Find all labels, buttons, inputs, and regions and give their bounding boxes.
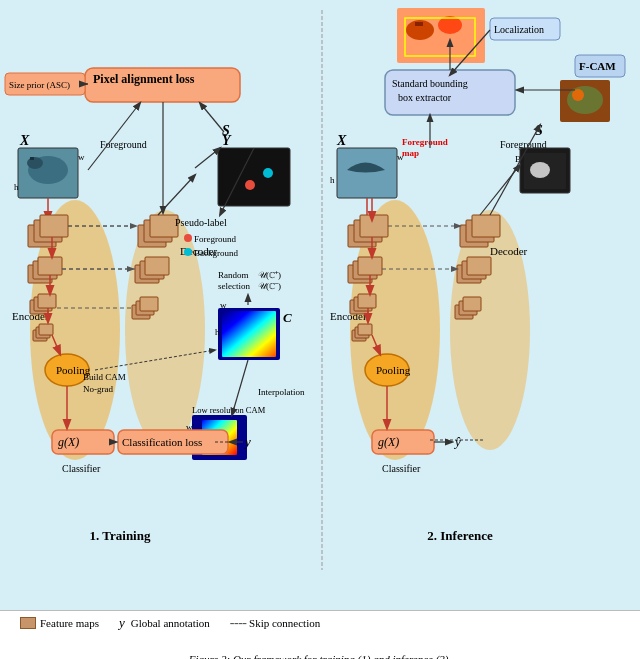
legend-feature-maps: Feature maps	[20, 617, 99, 629]
svg-text:C: C	[283, 310, 292, 325]
svg-text:Standard bounding: Standard bounding	[392, 78, 468, 89]
svg-text:Classification loss: Classification loss	[122, 436, 202, 448]
svg-text:w: w	[78, 152, 85, 162]
svg-text:Y: Y	[222, 133, 232, 148]
svg-text:Localization: Localization	[494, 24, 544, 35]
svg-text:ŷ: ŷ	[453, 434, 461, 449]
svg-rect-21	[38, 294, 56, 308]
svg-rect-150	[463, 297, 481, 311]
svg-point-46	[184, 234, 192, 242]
svg-rect-15	[40, 215, 68, 237]
svg-text:Low resolution CAM: Low resolution CAM	[192, 405, 266, 415]
inference-title: 2. Inference	[427, 528, 493, 543]
diagram-svg: X w h Foreground S Encoder Decod	[0, 0, 640, 610]
pseudo-label: Pseudo-label	[175, 217, 227, 228]
classifier-label-inference: Classifier	[382, 463, 421, 474]
svg-text:g(X): g(X)	[58, 435, 79, 449]
svg-rect-33	[145, 257, 169, 275]
svg-point-98	[572, 89, 584, 101]
svg-text:box extractor: box extractor	[398, 92, 452, 103]
svg-rect-128	[360, 215, 388, 237]
legend-global-annotation: y Global annotation	[119, 615, 210, 631]
svg-text:𝒰(ℂ⁺): 𝒰(ℂ⁺)	[258, 270, 281, 280]
legend-skip-connection: - - - - Skip connection	[230, 615, 320, 631]
svg-text:selection: selection	[218, 281, 250, 291]
svg-text:Random: Random	[218, 270, 249, 280]
svg-rect-134	[358, 294, 376, 308]
svg-rect-147	[467, 257, 491, 275]
svg-point-44	[263, 168, 273, 178]
legend-bar: Feature maps y Global annotation - - - -…	[0, 610, 640, 659]
svg-text:Pixel alignment loss: Pixel alignment loss	[93, 72, 195, 86]
svg-point-48	[184, 248, 192, 256]
svg-text:map: map	[402, 148, 419, 158]
svg-text:h: h	[14, 182, 19, 192]
svg-rect-36	[140, 297, 158, 311]
feature-maps-icon	[20, 617, 36, 629]
svg-rect-18	[38, 257, 62, 275]
svg-rect-30	[150, 215, 178, 237]
svg-text:No-grad: No-grad	[83, 384, 113, 394]
svg-text:Size prior (ASC): Size prior (ASC)	[9, 80, 70, 90]
svg-text:Foreground: Foreground	[402, 137, 448, 147]
svg-text:Background: Background	[194, 248, 238, 258]
svg-rect-112	[337, 148, 397, 198]
svg-text:Pooling: Pooling	[376, 364, 411, 376]
svg-text:Foreground: Foreground	[194, 234, 236, 244]
svg-rect-24	[39, 324, 53, 335]
figure-caption: Figure 2: Our framework for training (1)…	[20, 653, 620, 659]
svg-rect-131	[358, 257, 382, 275]
svg-text:h: h	[330, 175, 335, 185]
svg-text:w: w	[220, 300, 227, 310]
main-container: X w h Foreground S Encoder Decod	[0, 0, 640, 659]
training-title: 1. Training	[90, 528, 151, 543]
decoder-label-inference: Decoder	[490, 245, 528, 257]
svg-text:𝒰(ℂ⁻): 𝒰(ℂ⁻)	[258, 281, 281, 291]
svg-point-123	[530, 162, 550, 178]
svg-text:g(X): g(X)	[378, 435, 399, 449]
svg-text:X: X	[336, 133, 347, 148]
svg-text:Interpolation: Interpolation	[258, 387, 305, 397]
svg-text:y: y	[243, 434, 251, 449]
svg-point-43	[245, 180, 255, 190]
svg-text:h: h	[215, 327, 220, 337]
svg-text:Build CAM: Build CAM	[83, 372, 126, 382]
classifier-label-train: Classifier	[62, 463, 101, 474]
svg-text:S: S	[535, 123, 543, 138]
svg-text:F-CAM: F-CAM	[579, 60, 616, 72]
svg-rect-104	[415, 22, 423, 26]
foreground-label: Foreground	[100, 139, 147, 150]
svg-rect-7	[30, 157, 34, 160]
svg-text:X: X	[19, 133, 30, 148]
svg-point-6	[27, 157, 43, 169]
svg-rect-144	[472, 215, 500, 237]
svg-rect-137	[358, 324, 372, 335]
svg-rect-72	[222, 311, 276, 357]
